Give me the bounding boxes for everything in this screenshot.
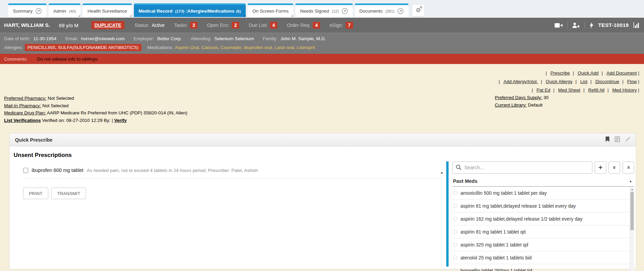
scrollbar-thumb[interactable] <box>630 192 634 230</box>
medications-list[interactable]: Aspirin Oral, Calcium, Coumadin, ibuprof… <box>175 45 315 50</box>
add-person-icon[interactable] <box>572 22 580 28</box>
scrollbar[interactable]: ▲ ▼ <box>630 187 634 271</box>
transmit-button[interactable]: TRANSMIT <box>51 188 86 199</box>
stat-esign: eSign: 7 <box>330 22 353 29</box>
quick-prescribe-body: Unsent Prescriptions ibuprofen 600 mg ta… <box>10 146 636 269</box>
pat-ed-link[interactable]: Pat Ed <box>532 87 551 93</box>
tab-documents[interactable]: Documents (281) <box>355 3 408 17</box>
med-text: aspirin 325 mg tablet 1 tablet qd <box>460 242 528 248</box>
stat-label: Status: <box>135 22 150 28</box>
allergies-badge[interactable]: PENICILLINS, SULFA(SULFONAMIDE ANTIBIOTI… <box>25 44 141 51</box>
prescription-name: ibuprofen 600 mg tablet <box>32 168 83 173</box>
list-item[interactable]: aspirin 162 mg tablet,delayed release 1/… <box>452 212 634 225</box>
days-supply-row: Preferred Days Supply: 30 <box>495 94 549 101</box>
print-button[interactable]: PRINT <box>23 188 48 199</box>
expand-all-button[interactable]: » <box>609 161 620 174</box>
preferred-pharmacy-row: Preferred Pharmacy: Not Selected <box>4 95 187 102</box>
external-link-icon[interactable] <box>35 8 42 14</box>
med-sheet-link[interactable]: Med Sheet <box>553 87 580 93</box>
discontinue-link[interactable]: Discontinue <box>590 79 619 84</box>
tab-needs-signed[interactable]: Needs Signed (12) <box>295 3 352 17</box>
field-label: Employer: <box>134 36 154 41</box>
search-box <box>452 161 592 174</box>
stat-badge[interactable]: 3 <box>190 22 197 29</box>
tab-medical-record[interactable]: Medical Record (173) :Allergies/Medicati… <box>134 3 246 17</box>
bookmark-icon[interactable] <box>606 137 610 143</box>
days-supply-link[interactable]: Preferred Days Supply: <box>495 95 542 100</box>
journal-icon[interactable] <box>615 137 620 143</box>
refill-all-link[interactable]: Refill All <box>583 87 604 93</box>
add-med-button[interactable]: + <box>595 161 606 174</box>
action-links: Prescribe Quick Add Add Document Add All… <box>497 69 639 94</box>
dropdown-dogear-icon <box>291 15 293 17</box>
tab-bar: Summary Admin (40) Health Surveillance M… <box>0 0 644 18</box>
past-meds-header[interactable]: Past Meds ▲ <box>452 176 634 187</box>
stat-open-enc: Open Enc: 2 <box>207 22 239 29</box>
main-content: Prescribe Quick Add Add Document Add All… <box>0 64 644 271</box>
list-item[interactable]: atenolol 25 mg tablet 1 tablets bid <box>452 251 634 264</box>
list-verifications-link[interactable]: List Verifications <box>4 118 41 123</box>
settings-button[interactable]: ⚙ ⚙ <box>412 4 425 16</box>
demographics-row: Date of birth: 11-30-1954 Email: horner@… <box>4 35 640 42</box>
list-link[interactable]: List <box>575 79 587 84</box>
app-window: Summary Admin (40) Health Surveillance M… <box>0 0 644 271</box>
sort-ascending-icon[interactable]: ▲ <box>629 179 632 183</box>
tab-summary[interactable]: Summary <box>8 3 47 17</box>
divider <box>585 22 585 29</box>
allergies-medications-row: Allergies: PENICILLINS, SULFA(SULFONAMID… <box>4 43 640 51</box>
current-library-value: Default <box>528 102 543 108</box>
lightning-icon[interactable] <box>589 22 594 29</box>
patient-details-bar: Date of birth: 11-30-1954 Email: horner@… <box>0 33 644 54</box>
patient-age-sex: 69 y/o M <box>59 22 79 28</box>
duplicate-badge[interactable]: DUPLICATE <box>91 21 124 29</box>
prescription-checkbox[interactable] <box>23 168 28 173</box>
tab-admin-label: Admin <box>53 9 66 14</box>
action-links-row-2: Add Allergy/Intol. Quick Allergy List Di… <box>497 77 639 86</box>
scroll-up-icon[interactable]: ▲ <box>630 187 634 192</box>
add-allergy-link[interactable]: Add Allergy/Intol. <box>499 79 538 84</box>
external-link-icon[interactable] <box>397 8 404 14</box>
prescribe-link[interactable]: Prescribe <box>546 70 570 76</box>
tab-health-surveillance[interactable]: Health Surveillance <box>83 3 132 17</box>
mailin-pharmacy-link[interactable]: Mail-In Pharmacy: <box>4 103 41 108</box>
edit-pencil-icon[interactable] <box>625 137 630 143</box>
stat-badge[interactable]: 4 <box>270 22 277 29</box>
bar-chart-icon[interactable] <box>633 22 640 28</box>
pharmacy-info: Preferred Pharmacy: Not Selected Mail-In… <box>4 95 187 124</box>
list-item[interactable]: aspirin 81 mg tablet 1 tablet qd <box>452 225 634 238</box>
list-item[interactable]: boswellin tablet 250mg 1 tablet tid <box>452 264 634 271</box>
quick-allergy-link[interactable]: Quick Allergy <box>541 79 573 84</box>
medications-label: Medications: <box>147 45 173 50</box>
med-text: amoxicillin 500 mg tablet 1 tablet per d… <box>460 190 547 196</box>
prescription-details: As needed pain, not to exceed 4 tablets … <box>87 168 258 173</box>
search-input[interactable] <box>452 161 592 174</box>
verify-link[interactable]: Verify <box>114 118 127 123</box>
stat-badge[interactable]: 7 <box>346 22 353 29</box>
current-library-link[interactable]: Current Library: <box>495 102 527 108</box>
verification-value: Verified on: 08-27-2010 12:29 By: | <box>42 118 113 123</box>
stat-badge[interactable]: 4 <box>313 22 320 29</box>
current-library-row: Current Library: Default <box>495 101 549 109</box>
external-link-icon[interactable] <box>342 8 348 14</box>
list-item[interactable]: aspirin 81 mg tablet,delayed release 1 t… <box>452 200 634 212</box>
add-document-link[interactable]: Add Document <box>602 70 637 76</box>
video-camera-icon[interactable] <box>555 23 563 28</box>
tab-on-screen-forms[interactable]: On Screen Forms <box>248 3 294 17</box>
stat-badge[interactable]: 2 <box>232 22 239 29</box>
list-item[interactable]: aspirin 325 mg tablet 1 tablet qd <box>452 238 634 251</box>
med-text: boswellin tablet 250mg 1 tablet tid <box>460 268 532 271</box>
dropdown-dogear-icon <box>243 15 245 17</box>
medicare-plan-link[interactable]: Medicare Drug Plan: <box>4 110 46 115</box>
tab-admin[interactable]: Admin (40) <box>49 3 81 17</box>
preferred-pharmacy-link[interactable]: Preferred Pharmacy: <box>4 96 47 101</box>
stat-order-req: Order Req: 4 <box>287 22 320 29</box>
stat-label: Tasks: <box>174 22 188 28</box>
collapse-all-button[interactable]: » <box>623 161 634 174</box>
flow-link[interactable]: Flow <box>622 79 637 84</box>
collapse-panel-icon[interactable]: ◂ <box>440 170 442 175</box>
list-item[interactable]: amoxicillin 500 mg tablet 1 tablet per d… <box>452 187 634 200</box>
quick-add-link[interactable]: Quick Add <box>573 70 599 76</box>
field-value: Selenium Selenium <box>214 36 254 41</box>
med-history-link[interactable]: Med History <box>607 87 637 93</box>
tab-health-label: Health Surveillance <box>87 9 127 14</box>
